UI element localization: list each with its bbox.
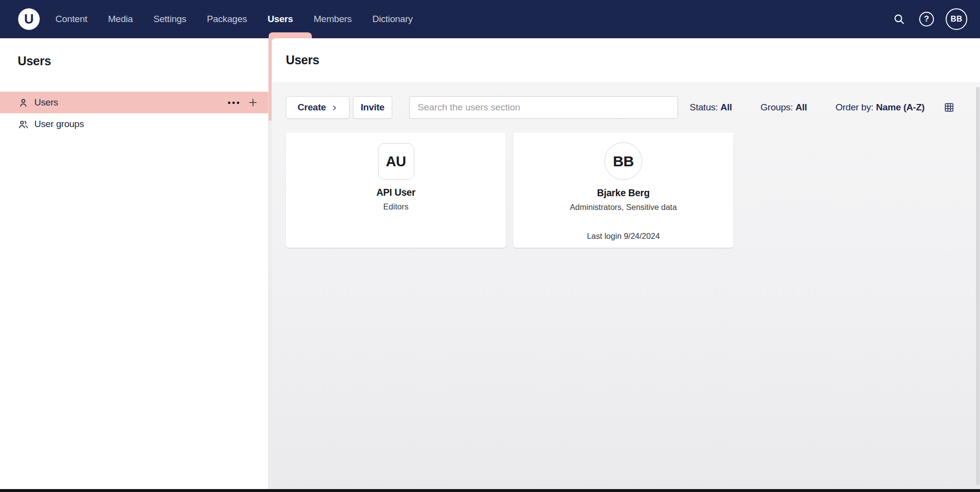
status-filter[interactable]: Status: All — [690, 102, 732, 113]
last-login: Last login 9/24/2024 — [513, 232, 733, 241]
sidebar-heading: Users — [0, 38, 268, 68]
sidebar-item-label: Users — [34, 97, 58, 108]
nav-item-members[interactable]: Members — [314, 14, 352, 25]
umbraco-logo-icon[interactable]: U — [18, 8, 40, 30]
groups-filter[interactable]: Groups: All — [760, 102, 807, 113]
umbraco-backoffice: U Content Media Settings Packages Users … — [0, 0, 980, 492]
top-bar: U Content Media Settings Packages Users … — [0, 0, 980, 38]
nav-item-dictionary[interactable]: Dictionary — [372, 14, 412, 25]
status-filter-label: Status: — [690, 102, 718, 112]
user-group-icon — [18, 119, 28, 129]
search-input[interactable] — [409, 96, 678, 119]
sidebar: Users Users — [0, 38, 269, 489]
status-filter-value: All — [721, 102, 732, 112]
help-icon[interactable]: ? — [919, 12, 934, 26]
user-card-api-user[interactable]: AU API User Editors — [286, 132, 506, 248]
nav-item-content[interactable]: Content — [55, 14, 87, 25]
sidebar-item-actions — [228, 97, 258, 108]
nav-item-packages[interactable]: Packages — [207, 14, 247, 25]
user-icon — [18, 98, 28, 108]
groups-filter-value: All — [795, 102, 807, 112]
invite-button[interactable]: Invite — [353, 96, 392, 119]
create-button-label: Create — [298, 102, 326, 113]
workspace-header: Users — [272, 38, 980, 82]
workspace-content: Create Invite Status: All Groups: All Or… — [272, 82, 980, 489]
order-by-filter[interactable]: Order by: Name (A-Z) — [835, 102, 925, 113]
sidebar-menu: Users User groups — [0, 92, 268, 135]
avatar: AU — [378, 143, 414, 180]
user-name: API User — [377, 187, 416, 198]
order-by-filter-value: Name (A-Z) — [876, 102, 925, 112]
avatar: BB — [604, 142, 642, 180]
create-button[interactable]: Create — [286, 96, 350, 119]
user-groups: Administrators, Sensitive data — [570, 203, 677, 212]
user-card-grid: AU API User Editors BB Bjarke Berg Admin… — [286, 132, 733, 248]
nav-item-media[interactable]: Media — [108, 14, 133, 25]
user-avatar[interactable]: BB — [946, 8, 967, 30]
sidebar-item-users[interactable]: Users — [0, 92, 268, 113]
page-title: Users — [286, 53, 319, 67]
sidebar-item-label: User groups — [34, 119, 84, 129]
nav-item-users[interactable]: Users — [268, 14, 293, 25]
grid-view-icon[interactable] — [944, 102, 955, 113]
more-options-icon[interactable] — [228, 102, 239, 104]
filter-bar: Status: All Groups: All Order by: Name (… — [690, 102, 925, 113]
scrollbar[interactable] — [976, 87, 980, 485]
user-groups: Editors — [383, 202, 408, 211]
users-toolbar: Create Invite Status: All Groups: All Or… — [286, 96, 955, 119]
search-icon[interactable] — [891, 11, 907, 27]
groups-filter-label: Groups: — [760, 102, 793, 112]
chevron-right-icon — [331, 104, 338, 111]
topbar-actions: ? BB — [891, 8, 967, 30]
order-by-filter-label: Order by: — [835, 102, 873, 112]
sidebar-item-user-groups[interactable]: User groups — [0, 113, 268, 135]
section-nav: Content Media Settings Packages Users Me… — [55, 14, 413, 25]
nav-item-settings[interactable]: Settings — [153, 14, 186, 25]
user-card-bjarke-berg[interactable]: BB Bjarke Berg Administrators, Sensitive… — [513, 132, 733, 248]
user-name: Bjarke Berg — [597, 187, 650, 199]
add-icon[interactable] — [248, 97, 258, 108]
window-bottom-edge — [0, 489, 980, 492]
